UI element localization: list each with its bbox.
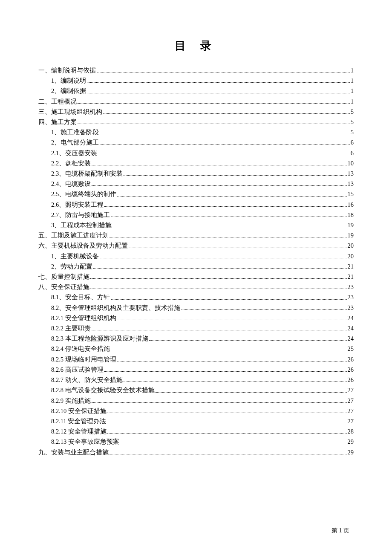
toc-entry-page: 26: [348, 354, 354, 364]
toc-entry-label: 2、电气部分施工: [51, 137, 99, 147]
toc-leader-dots: [181, 309, 346, 310]
toc-leader-dots: [92, 402, 347, 403]
toc-entry-label: 三、施工现场组织机构: [38, 107, 102, 117]
toc-entry-label: 2.3、电缆桥架配制和安装: [51, 168, 123, 179]
toc-leader-dots: [124, 175, 346, 176]
toc-leader-dots: [90, 278, 347, 279]
toc-entry-label: 1、主要机械设备: [51, 251, 99, 261]
toc-entry: 九、安装与业主配合措施 29: [38, 447, 354, 457]
toc-entry: 1、编制说明 1: [38, 75, 354, 86]
toc-entry-page: 27: [348, 396, 354, 406]
toc-entry-label: 1、施工准备阶段: [51, 127, 99, 137]
toc-entry-label: 2、劳动力配置: [51, 261, 92, 272]
toc-entry: 五、工期及施工进度计划 19: [38, 230, 354, 240]
toc-entry-page: 1: [351, 75, 354, 86]
toc-entry-page: 19: [348, 230, 354, 240]
toc-entry-label: 8.2.12 安全管理措施: [51, 426, 107, 436]
toc-entry: 8.2.5 现场临时用电管理 26: [38, 354, 354, 364]
toc-entry-page: 29: [348, 436, 354, 447]
toc-entry-label: 8.2.7 动火、防火安全措施: [51, 375, 123, 385]
toc-entry-label: 二、工程概况: [38, 96, 77, 107]
toc-leader-dots: [100, 145, 350, 145]
toc-entry-label: 2.2、盘柜安装: [51, 158, 91, 168]
toc-entry: 8.2.6 高压试验管理 26: [38, 364, 354, 375]
toc-entry-page: 29: [348, 447, 354, 457]
toc-entry: 2、劳动力配置 21: [38, 261, 354, 272]
toc-entry-label: 8.2、安全管理组织机构及主要职责、技术措施: [51, 303, 180, 313]
toc-entry: 8.2.7 动火、防火安全措施 26: [38, 375, 354, 385]
toc-leader-dots: [92, 165, 346, 165]
toc-entry-page: 16: [348, 199, 354, 210]
toc-leader-dots: [112, 227, 346, 227]
toc-entry-page: 24: [348, 313, 354, 323]
toc-leader-dots: [129, 248, 347, 248]
toc-entry-label: 2.7、防雷与接地施工: [51, 210, 110, 220]
toc-entry-page: 25: [348, 344, 354, 354]
toc-entry-page: 6: [351, 137, 354, 147]
toc-entry-page: 1: [351, 96, 354, 107]
toc-entry: 2.3、电缆桥架配制和安装 13: [38, 168, 354, 179]
table-of-contents: 一、编制说明与依据 11、编制说明 12、编制依据 1二、工程概况 1三、施工现…: [38, 65, 354, 457]
toc-entry-page: 15: [348, 189, 354, 199]
toc-leader-dots: [100, 134, 350, 134]
toc-leader-dots: [111, 351, 347, 351]
toc-entry-page: 24: [348, 333, 354, 344]
toc-entry-label: 1、编制说明: [51, 75, 86, 86]
toc-entry-label: 2.1、变压器安装: [51, 148, 97, 158]
toc-leader-dots: [90, 289, 347, 289]
toc-entry-page: 26: [348, 364, 354, 375]
toc-leader-dots: [156, 392, 347, 393]
toc-entry: 三、施工现场组织机构 5: [38, 107, 354, 117]
toc-entry-label: 2.6、照明安装工程: [51, 199, 104, 210]
toc-entry-label: 8.2.11 安全管理办法: [51, 416, 106, 426]
toc-entry-page: 5: [351, 117, 354, 127]
toc-entry: 一、编制说明与依据 1: [38, 65, 354, 75]
toc-entry-page: 28: [348, 426, 354, 436]
toc-entry-page: 5: [351, 127, 354, 137]
toc-entry: 1、施工准备阶段 5: [38, 127, 354, 137]
toc-leader-dots: [111, 299, 346, 300]
toc-entry-label: 3、工程成本控制措施: [51, 220, 112, 230]
page-footer: 第 1 页: [331, 527, 349, 535]
toc-entry-label: 8.2.8 电气设备交接试验安全技术措施: [51, 385, 155, 395]
toc-entry-page: 10: [348, 158, 354, 168]
toc-entry-label: 8.2.3 本工程危险源辨识及应对措施: [51, 333, 148, 344]
toc-entry-page: 27: [348, 416, 354, 426]
toc-entry: 8.2.4 停送电安全措施 25: [38, 344, 354, 354]
toc-entry: 8.2.2 主要职责 24: [38, 323, 354, 333]
toc-entry-page: 13: [348, 168, 354, 179]
toc-entry-page: 27: [348, 385, 354, 395]
toc-entry-page: 5: [351, 107, 354, 117]
toc-entry-page: 18: [348, 210, 354, 220]
toc-entry: 1、主要机械设备 20: [38, 251, 354, 261]
toc-entry-page: 19: [348, 220, 354, 230]
toc-leader-dots: [149, 340, 347, 341]
toc-entry: 8.2.10 安全保证措施 27: [38, 406, 354, 416]
toc-leader-dots: [104, 371, 347, 372]
toc-entry-label: 8.2.2 主要职责: [51, 323, 91, 333]
toc-leader-dots: [103, 113, 350, 114]
toc-leader-dots: [100, 258, 346, 258]
toc-entry-label: 8.2.9 实施措施: [51, 396, 91, 406]
toc-leader-dots: [93, 268, 346, 269]
toc-entry-page: 20: [348, 251, 354, 261]
toc-entry-page: 21: [348, 261, 354, 272]
toc-entry-label: 8.1、安全目标、方针: [51, 292, 110, 302]
toc-entry: 2、电气部分施工 6: [38, 137, 354, 147]
toc-entry: 3、工程成本控制措施 19: [38, 220, 354, 230]
toc-entry: 六、主要机械设备及劳动力配置 20: [38, 240, 354, 251]
toc-entry-label: 8.2.4 停送电安全措施: [51, 344, 110, 354]
toc-entry-page: 1: [351, 65, 354, 75]
toc-leader-dots: [110, 454, 347, 454]
toc-entry-label: 8.2.6 高压试验管理: [51, 364, 104, 375]
toc-leader-dots: [117, 196, 346, 197]
toc-entry-page: 24: [348, 323, 354, 333]
toc-entry-label: 九、安装与业主配合措施: [38, 447, 109, 457]
toc-entry: 2.6、照明安装工程 16: [38, 199, 354, 210]
toc-entry-label: 2.4、电缆敷设: [51, 179, 91, 189]
toc-entry-page: 27: [348, 406, 354, 416]
toc-leader-dots: [120, 444, 347, 444]
toc-entry-label: 2、编制依据: [51, 86, 86, 96]
toc-entry: 8.2.13 安全事故应急预案 29: [38, 436, 354, 447]
toc-entry: 四、施工方案 5: [38, 117, 354, 127]
